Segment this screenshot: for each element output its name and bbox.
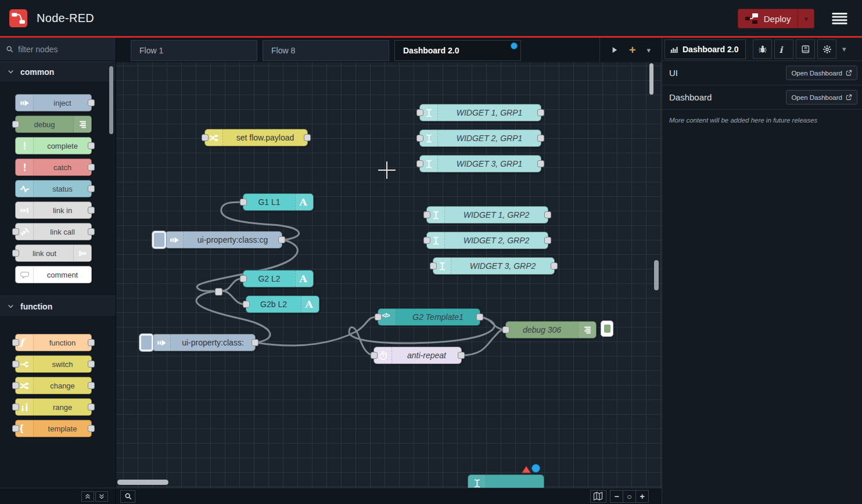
node-set-flow-payload[interactable]: set flow.payload <box>204 129 308 146</box>
node-widget-3-grp2[interactable]: WIDGET 3, GRP2 <box>433 257 555 275</box>
input-port[interactable] <box>12 121 19 128</box>
input-port[interactable] <box>12 425 19 432</box>
node-widget-3-grp1[interactable]: WIDGET 3, GRP1 <box>419 155 541 172</box>
sidebar-tool-book-button[interactable] <box>796 39 815 59</box>
open-dashboard-button[interactable]: Open Dashboard <box>786 90 857 105</box>
input-port[interactable] <box>202 134 209 141</box>
input-port[interactable] <box>430 262 437 269</box>
wire-junction[interactable] <box>215 288 222 296</box>
sidebar-tool-gear-button[interactable] <box>817 39 836 59</box>
palette-scrollbar-thumb[interactable] <box>109 66 113 134</box>
palette-node-catch[interactable]: catch <box>15 159 92 176</box>
palette-node-template[interactable]: {template <box>15 420 92 437</box>
output-port[interactable] <box>544 211 551 218</box>
canvas-search-button[interactable] <box>120 490 135 503</box>
palette-node-complete[interactable]: complete <box>15 137 92 154</box>
deploy-options-chevron-icon[interactable]: ▾ <box>798 15 814 23</box>
node-anti-repeat[interactable]: anti-repeat <box>373 347 462 364</box>
wire[interactable] <box>461 330 505 355</box>
scroll-tabs-right-icon[interactable] <box>611 46 618 54</box>
debug-enable-toggle[interactable] <box>601 321 613 337</box>
output-port[interactable] <box>537 135 544 142</box>
palette-node-inject[interactable]: inject <box>15 94 92 111</box>
output-port[interactable] <box>458 352 465 359</box>
palette-expand-all-button[interactable] <box>95 491 108 502</box>
output-port[interactable] <box>88 164 95 171</box>
node-widget-1-grp1[interactable]: WIDGET 1, GRP1 <box>419 104 541 121</box>
node-node[interactable] <box>468 474 544 488</box>
palette-node-function[interactable]: ƒfunction <box>15 334 92 351</box>
palette-node-debug[interactable]: debug <box>15 116 92 133</box>
minimap-button[interactable] <box>590 490 606 503</box>
tab-flow-1[interactable]: Flow 1 <box>131 40 257 61</box>
node-ui-property-class-cg[interactable]: ui-property:class:cg <box>165 231 282 249</box>
output-port[interactable] <box>537 109 544 116</box>
input-port[interactable] <box>243 301 250 308</box>
output-port[interactable] <box>88 142 95 149</box>
sidebar-tabs-chevron-icon[interactable]: ▾ <box>842 45 846 53</box>
open-dashboard-button[interactable]: Open Dashboard <box>786 66 857 80</box>
palette-node-link-call[interactable]: link call <box>15 223 92 240</box>
sidebar-tab-dashboard[interactable]: Dashboard 2.0 <box>665 39 746 59</box>
input-port[interactable] <box>12 339 19 346</box>
node-ui-property-class[interactable]: ui-property:class: <box>152 334 256 351</box>
node-debug-306[interactable]: debug 306 <box>505 321 597 339</box>
node-g2b-l2[interactable]: AG2b L2 <box>246 296 319 313</box>
input-port[interactable] <box>12 361 19 368</box>
output-port[interactable] <box>544 237 551 244</box>
input-port[interactable] <box>416 160 423 167</box>
wire[interactable] <box>222 291 245 304</box>
palette-search-input[interactable]: filter nodes <box>0 38 116 61</box>
canvas-horizontal-scrollbar[interactable] <box>117 480 168 485</box>
palette-node-range[interactable]: range <box>15 398 92 416</box>
output-port[interactable] <box>88 207 95 214</box>
deploy-button[interactable]: Deploy ▾ <box>738 9 814 28</box>
input-port[interactable] <box>12 228 19 235</box>
flow-canvas[interactable]: set flow.payloadWIDGET 1, GRP1WIDGET 2, … <box>116 62 662 488</box>
output-port[interactable] <box>278 236 285 243</box>
zoom-reset-button[interactable]: ○ <box>623 491 635 502</box>
input-port[interactable] <box>12 250 19 257</box>
output-port[interactable] <box>252 339 258 346</box>
wire[interactable] <box>256 317 377 345</box>
output-port[interactable] <box>88 339 95 346</box>
input-port[interactable] <box>416 135 423 142</box>
output-port[interactable] <box>88 228 95 235</box>
canvas-vertical-scrollbar[interactable] <box>649 63 653 95</box>
sidebar-tool-bug-button[interactable] <box>753 39 772 59</box>
node-widget-2-grp2[interactable]: WIDGET 2, GRP2 <box>426 232 548 249</box>
zoom-in-button[interactable]: + <box>635 491 648 502</box>
node-g2-l2[interactable]: AG2 L2 <box>243 270 314 287</box>
node-widget-1-grp2[interactable]: WIDGET 1, GRP2 <box>426 206 548 224</box>
output-port[interactable] <box>88 425 95 432</box>
tab-dashboard-2-0[interactable]: Dashboard 2.0 <box>394 40 521 61</box>
inject-trigger-button[interactable] <box>139 334 153 351</box>
output-port[interactable] <box>88 185 95 192</box>
sidebar-resize-handle[interactable] <box>654 260 659 290</box>
input-port[interactable] <box>12 404 19 411</box>
output-port[interactable] <box>88 382 95 389</box>
output-port[interactable] <box>476 314 483 321</box>
input-port[interactable] <box>375 314 382 321</box>
input-port[interactable] <box>371 352 378 359</box>
input-port[interactable] <box>12 382 19 389</box>
input-port[interactable] <box>240 199 247 206</box>
flow-list-chevron-icon[interactable]: ▾ <box>647 46 651 55</box>
node-widget-2-grp1[interactable]: WIDGET 2, GRP1 <box>419 129 541 147</box>
sidebar-tool-info-button[interactable]: i <box>774 39 793 59</box>
output-port[interactable] <box>551 262 558 269</box>
palette-collapse-all-button[interactable] <box>81 491 94 502</box>
category-header-common[interactable]: common <box>0 61 116 82</box>
category-header-function[interactable]: function <box>0 296 116 317</box>
input-port[interactable] <box>423 237 430 244</box>
palette-node-comment[interactable]: comment <box>15 266 92 283</box>
main-menu-button[interactable] <box>831 13 848 24</box>
wire[interactable] <box>222 279 242 291</box>
palette-node-status[interactable]: status <box>15 180 92 197</box>
input-port[interactable] <box>240 275 247 282</box>
palette-node-change[interactable]: change <box>15 377 92 394</box>
input-port[interactable] <box>416 109 423 116</box>
palette-node-link-out[interactable]: link out <box>15 244 92 262</box>
input-port[interactable] <box>423 211 430 218</box>
tab-flow-8[interactable]: Flow 8 <box>263 40 389 61</box>
